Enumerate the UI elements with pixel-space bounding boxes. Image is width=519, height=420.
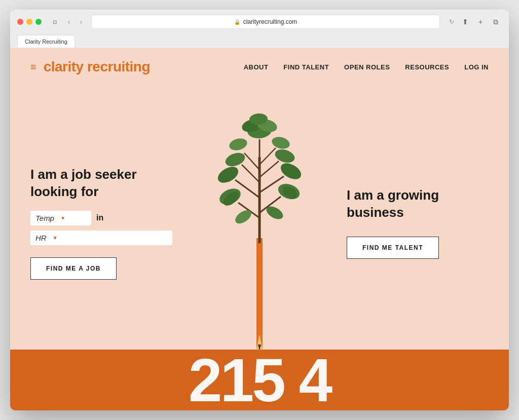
sidebar-toggle-button[interactable]: ⊡ xyxy=(51,18,59,26)
site-navigation: ≡ clarity recruiting ABOUT FIND TALENT O… xyxy=(10,48,509,86)
plant-svg xyxy=(204,86,315,350)
nav-link-login[interactable]: LOG IN xyxy=(464,63,489,71)
share-button[interactable]: ⬆ xyxy=(459,16,471,28)
tab-bar: Clarity Recruiting xyxy=(17,35,502,48)
growing-business-panel: I am a growing business FIND ME TALENT xyxy=(347,177,489,259)
hero-section: I am a job seeker looking for Temp ▼ in … xyxy=(10,86,509,350)
svg-point-19 xyxy=(278,160,304,183)
dropdown2-arrow-icon: ▼ xyxy=(53,235,58,241)
job-category-dropdown[interactable]: HR ▼ xyxy=(30,231,172,245)
job-seeker-heading: I am a job seeker looking for xyxy=(30,166,172,201)
back-button[interactable]: ‹ xyxy=(64,17,74,27)
browser-actions: ⬆ + ⧉ xyxy=(459,16,502,28)
job-type-row: Temp ▼ in xyxy=(30,211,172,225)
browser-top-bar: ⊡ ‹ › 🔒 clarityrecruiting.com ↻ ⬆ + ⧉ xyxy=(17,15,502,29)
dropdown1-arrow-icon: ▼ xyxy=(60,215,65,221)
address-bar[interactable]: 🔒 clarityrecruiting.com xyxy=(91,15,440,29)
lock-icon: 🔒 xyxy=(234,19,240,25)
minimize-button[interactable] xyxy=(26,19,32,25)
new-tab-button[interactable]: + xyxy=(474,16,487,28)
forward-button[interactable]: › xyxy=(76,17,86,27)
nav-links: ABOUT FIND TALENT OPEN ROLES RESOURCES L… xyxy=(244,63,489,71)
svg-point-14 xyxy=(215,164,241,186)
active-tab[interactable]: Clarity Recruiting xyxy=(17,35,75,48)
traffic-lights xyxy=(17,19,42,25)
stats-numbers: 215 4 xyxy=(189,350,330,410)
svg-point-16 xyxy=(228,137,248,152)
growing-business-heading: I am a growing business xyxy=(347,187,439,221)
url-text: clarityrecruiting.com xyxy=(243,18,298,25)
nav-link-about[interactable]: ABOUT xyxy=(244,63,269,71)
job-category-row: HR ▼ xyxy=(30,231,172,245)
plant-illustration-container xyxy=(204,86,315,350)
job-seeker-panel: I am a job seeker looking for Temp ▼ in … xyxy=(30,156,172,280)
close-button[interactable] xyxy=(17,19,23,25)
find-job-button[interactable]: FIND ME A JOB xyxy=(30,257,117,280)
windows-button[interactable]: ⧉ xyxy=(490,16,502,28)
svg-line-11 xyxy=(260,148,276,165)
nav-link-resources[interactable]: RESOURCES xyxy=(405,63,449,71)
find-talent-button[interactable]: FIND ME TALENT xyxy=(347,237,439,259)
brand-logo[interactable]: clarity recruiting xyxy=(44,59,150,75)
in-label: in xyxy=(96,213,103,222)
nav-arrows: ‹ › xyxy=(64,17,86,27)
svg-line-7 xyxy=(244,153,260,170)
job-type-dropdown[interactable]: Temp ▼ xyxy=(30,211,91,225)
window-controls: ⊡ xyxy=(51,18,59,26)
browser-chrome: ⊡ ‹ › 🔒 clarityrecruiting.com ↻ ⬆ + ⧉ Cl… xyxy=(10,10,509,48)
svg-point-27 xyxy=(233,207,254,226)
nav-left: ≡ clarity recruiting xyxy=(30,59,150,75)
browser-window: ⊡ ‹ › 🔒 clarityrecruiting.com ↻ ⬆ + ⧉ Cl… xyxy=(10,10,509,410)
reload-button[interactable]: ↻ xyxy=(449,18,454,25)
stats-strip: 215 4 xyxy=(10,350,509,410)
svg-point-21 xyxy=(271,135,291,151)
svg-rect-0 xyxy=(256,238,263,350)
hamburger-menu-icon[interactable]: ≡ xyxy=(30,61,36,73)
nav-link-find-talent[interactable]: FIND TALENT xyxy=(283,63,329,71)
svg-line-10 xyxy=(260,161,279,177)
website-content: ≡ clarity recruiting ABOUT FIND TALENT O… xyxy=(10,48,509,410)
fullscreen-button[interactable] xyxy=(35,19,42,25)
nav-link-open-roles[interactable]: OPEN ROLES xyxy=(344,63,390,71)
